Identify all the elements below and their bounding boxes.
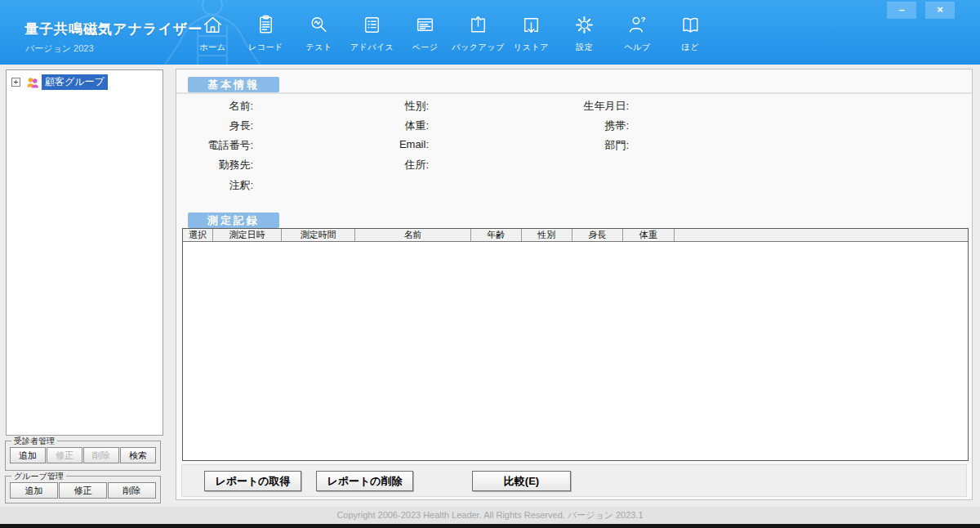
- group-people-icon: [26, 76, 39, 89]
- records-table-body: [183, 242, 968, 460]
- nav-help-label: ヘルプ: [611, 42, 664, 53]
- col-height[interactable]: 身長: [572, 229, 623, 241]
- nav-backup[interactable]: バックアップ: [452, 14, 505, 53]
- nav-page[interactable]: ページ: [399, 14, 452, 53]
- nav-advice[interactable]: アドバイス: [345, 14, 399, 53]
- nav-test-label: テスト: [292, 42, 345, 53]
- measurement-records-table: 選択 測定日時 測定時間 名前 年齢 性別 身長 体重: [182, 228, 969, 461]
- mobile-label: 携帯:: [498, 119, 629, 133]
- nav-home[interactable]: ホーム: [186, 14, 239, 53]
- weight-label: 体重:: [310, 119, 429, 133]
- email-label: Email:: [310, 138, 429, 150]
- nav-restore-label: リストア: [505, 42, 558, 53]
- group-delete-button[interactable]: 削除: [108, 482, 156, 499]
- customer-tree-panel: + 顧客グループ: [6, 69, 163, 436]
- gender-label: 性別:: [310, 99, 429, 114]
- header-bar: 量子共鳴磁気アナライザー バージョン 2023 ホーム レコード: [0, 0, 980, 65]
- page-icon: [414, 14, 436, 36]
- col-age[interactable]: 年齢: [471, 229, 522, 241]
- nav-advice-label: アドバイス: [345, 42, 399, 53]
- patient-modify-button[interactable]: 修正: [47, 447, 82, 463]
- phone-label: 電話番号:: [188, 138, 253, 153]
- nav-home-label: ホーム: [186, 42, 239, 53]
- group-management-groupbox: グループ管理 追加 修正 削除: [5, 476, 161, 503]
- address-label: 住所:: [310, 158, 429, 172]
- height-label: 身長:: [188, 119, 253, 133]
- tree-expander[interactable]: +: [11, 78, 20, 87]
- app-window: 量子共鳴磁気アナライザー バージョン 2023 ホーム レコード: [0, 0, 980, 528]
- birthdate-label: 生年月日:: [498, 99, 629, 114]
- patient-delete-button[interactable]: 削除: [83, 447, 119, 463]
- nav-backup-label: バックアップ: [452, 42, 505, 53]
- bottom-strip: [0, 524, 980, 528]
- patient-management-buttons: 追加 修正 削除 検索: [10, 447, 156, 463]
- nav-settings-label: 設定: [558, 42, 611, 53]
- records-table-header: 選択 測定日時 測定時間 名前 年齢 性別 身長 体重: [183, 229, 968, 242]
- form-row: 勤務先: 住所:: [188, 158, 956, 171]
- nav-restore[interactable]: リストア: [505, 14, 558, 53]
- action-button-band: レポートの取得 レポートの削除 比較(E): [181, 464, 967, 497]
- magnifier-icon: [308, 14, 330, 36]
- nav-about[interactable]: ほど: [664, 14, 717, 53]
- main-toolbar: ホーム レコード テスト アドバイス: [186, 14, 717, 53]
- svg-text:?: ?: [641, 16, 646, 24]
- col-date[interactable]: 測定日時: [213, 229, 282, 241]
- book-icon: [679, 14, 702, 36]
- group-management-title: グループ管理: [11, 471, 66, 482]
- delete-report-button[interactable]: レポートの削除: [316, 471, 413, 491]
- nav-record[interactable]: レコード: [239, 14, 292, 53]
- tree-root-row[interactable]: + 顧客グループ: [11, 74, 163, 90]
- basic-info-section-title: 基本情報: [188, 77, 279, 92]
- download-box-icon: [520, 14, 542, 36]
- col-time[interactable]: 測定時間: [282, 229, 355, 241]
- nav-test[interactable]: テスト: [292, 14, 345, 53]
- name-label: 名前:: [188, 99, 253, 114]
- person-question-icon: ?: [626, 14, 648, 36]
- group-management-buttons: 追加 修正 削除: [10, 482, 156, 499]
- patient-management-groupbox: 受診者管理 追加 修正 削除 検索: [5, 441, 161, 471]
- group-modify-button[interactable]: 修正: [59, 482, 107, 499]
- col-gender[interactable]: 性別: [522, 229, 572, 241]
- col-weight[interactable]: 体重: [623, 229, 675, 241]
- close-button[interactable]: ×: [925, 2, 955, 19]
- nav-record-label: レコード: [239, 42, 292, 53]
- app-title: 量子共鳴磁気アナライザー: [24, 20, 203, 38]
- patient-management-title: 受診者管理: [11, 436, 57, 447]
- nav-page-label: ページ: [399, 42, 452, 53]
- compare-button[interactable]: 比較(E): [472, 471, 571, 491]
- nav-settings[interactable]: 設定: [558, 14, 611, 53]
- minimize-button[interactable]: –: [887, 2, 916, 19]
- clipboard-icon: [255, 14, 277, 36]
- list-icon: [361, 14, 383, 36]
- home-icon: [202, 14, 224, 36]
- gear-icon: [573, 14, 595, 36]
- upload-box-icon: [467, 14, 489, 36]
- patient-search-button[interactable]: 検索: [120, 447, 156, 463]
- notes-label: 注釈:: [188, 178, 253, 193]
- patient-add-button[interactable]: 追加: [10, 447, 46, 463]
- footer-copyright: Copyright 2006-2023 Health Leader. All R…: [0, 507, 980, 524]
- app-version-subtitle: バージョン 2023: [25, 43, 94, 55]
- main-content-panel: 基本情報 名前: 性別: 生年月日: 身長: 体重: 携帯: 電話番号: Ema…: [176, 69, 973, 500]
- col-select[interactable]: 選択: [183, 229, 213, 241]
- form-row: 注釈:: [188, 178, 956, 191]
- nav-about-label: ほど: [664, 42, 717, 53]
- group-add-button[interactable]: 追加: [10, 482, 58, 499]
- col-filler: [675, 229, 968, 241]
- form-row: 身長: 体重: 携帯:: [188, 119, 956, 132]
- get-report-button[interactable]: レポートの取得: [204, 471, 301, 491]
- workplace-label: 勤務先:: [188, 158, 253, 172]
- records-section-title: 測定記録: [188, 213, 279, 228]
- basic-info-divider: [176, 92, 972, 94]
- department-label: 部門:: [498, 138, 629, 153]
- col-name[interactable]: 名前: [355, 229, 471, 241]
- form-row: 電話番号: Email: 部門:: [188, 138, 956, 151]
- form-row: 名前: 性別: 生年月日:: [188, 99, 956, 112]
- tree-root-label[interactable]: 顧客グループ: [42, 74, 108, 90]
- nav-help[interactable]: ? ヘルプ: [611, 14, 664, 53]
